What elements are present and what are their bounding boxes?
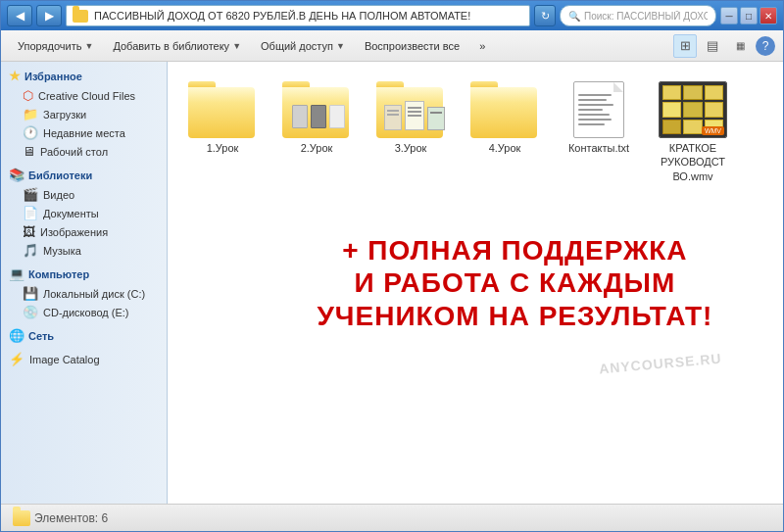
more-label: » <box>479 40 485 52</box>
address-folder-icon <box>73 10 88 23</box>
star-icon: ★ <box>9 69 21 83</box>
network-header: 🌐 Сеть <box>1 325 167 346</box>
status-bar: Элементов: 6 <box>1 504 783 531</box>
view-icons-button[interactable]: ▦ <box>728 34 752 58</box>
sidebar-item-recent[interactable]: 🕐 Недавние места <box>1 123 167 142</box>
folder1-icon <box>188 81 257 138</box>
folder3-label: 3.Урок <box>395 141 427 155</box>
video-icon-thumb: WMV <box>659 81 727 138</box>
folder2-icon <box>282 81 351 138</box>
window-controls: ─ □ ✕ <box>720 7 777 24</box>
add-library-label: Добавить в библиотеку <box>113 40 229 52</box>
network-icon: 🌐 <box>9 328 24 343</box>
file-item-folder2[interactable]: 2.Урок <box>277 77 356 159</box>
favorites-header: ★ Избранное <box>1 66 167 86</box>
play-all-button[interactable]: Воспроизвести все <box>356 34 468 58</box>
computer-icon: 💻 <box>9 266 24 281</box>
help-button[interactable]: ? <box>756 36 775 56</box>
explorer-window: ◀ ▶ ПАССИВНЫЙ ДОХОД ОТ 6820 РУБЛЕЙ.В ДЕН… <box>0 0 784 532</box>
file-grid: 1.Урок 2.Урок <box>183 77 767 187</box>
images-icon: 🖼 <box>23 224 35 239</box>
search-placeholder: Поиск: ПАССИВНЫЙ ДОХОД ОТ 6820 Р... <box>584 11 708 22</box>
share-button[interactable]: Общий доступ ▼ <box>252 34 354 58</box>
recent-icon: 🕐 <box>23 125 38 140</box>
main-area: ★ Избранное ⬡ Creative Cloud Files 📁 Заг… <box>1 62 783 504</box>
file-area: 1.Урок 2.Урок <box>168 62 783 504</box>
sidebar-item-music[interactable]: 🎵 Музыка <box>1 241 167 260</box>
sidebar-item-local-disk[interactable]: 💾 Локальный диск (C:) <box>1 284 167 303</box>
sidebar-item-desktop[interactable]: 🖥 Рабочий стол <box>1 142 167 161</box>
video-format-badge: WMV <box>702 126 724 135</box>
organize-label: Упорядочить <box>18 40 81 52</box>
local-disk-icon: 💾 <box>23 286 38 301</box>
share-dropdown-icon: ▼ <box>336 41 345 51</box>
share-label: Общий доступ <box>261 40 333 52</box>
view-details-button[interactable]: ⊞ <box>673 34 697 58</box>
sidebar-item-documents[interactable]: 📄 Документы <box>1 204 167 222</box>
sidebar: ★ Избранное ⬡ Creative Cloud Files 📁 Заг… <box>1 62 168 504</box>
image-catalog-section: ⚡ Image Catalog <box>1 350 167 368</box>
music-icon: 🎵 <box>23 243 38 258</box>
overlay-text: + ПОЛНАЯ ПОДДЕРЖКА И РАБОТА С КАЖДЫМ УЧЕ… <box>317 233 712 332</box>
folder3-icon <box>376 81 445 138</box>
sidebar-item-downloads[interactable]: 📁 Загрузки <box>1 105 167 123</box>
sidebar-item-cd-drive[interactable]: 💿 CD-дисковод (E:) <box>1 303 167 321</box>
organize-dropdown-icon: ▼ <box>84 41 93 51</box>
add-library-dropdown-icon: ▼ <box>232 41 241 51</box>
file-item-folder4[interactable]: 4.Урок <box>466 77 544 159</box>
organize-button[interactable]: Упорядочить ▼ <box>9 34 102 58</box>
overlay-line2: И РАБОТА С КАЖДЫМ <box>317 266 712 300</box>
address-bar[interactable]: ПАССИВНЫЙ ДОХОД ОТ 6820 РУБЛЕЙ.В ДЕНЬ НА… <box>66 5 530 26</box>
file-item-folder3[interactable]: 3.Урок <box>371 77 450 159</box>
video-label: КРАТКОЕ РУКОВОДСТВО.wmv <box>658 141 728 183</box>
file-item-contacts[interactable]: Контакты.txt <box>560 77 638 159</box>
title-bar: ◀ ▶ ПАССИВНЫЙ ДОХОД ОТ 6820 РУБЛЕЙ.В ДЕН… <box>1 1 783 30</box>
add-library-button[interactable]: Добавить в библиотеку ▼ <box>104 34 250 58</box>
libraries-header: 📚 Библиотеки <box>1 165 167 185</box>
status-count: Элементов: 6 <box>34 511 108 525</box>
maximize-button[interactable]: □ <box>740 7 758 24</box>
watermark: ANYCOURSE.RU <box>598 350 721 376</box>
file-item-video[interactable]: WMV КРАТКОЕ РУКОВОДСТВО.wmv <box>654 77 732 187</box>
close-button[interactable]: ✕ <box>760 7 777 24</box>
computer-header: 💻 Компьютер <box>1 264 167 284</box>
view-list-button[interactable]: ▤ <box>701 34 724 58</box>
search-bar[interactable]: 🔍 Поиск: ПАССИВНЫЙ ДОХОД ОТ 6820 Р... <box>560 5 716 26</box>
sidebar-item-image-catalog[interactable]: ⚡ Image Catalog <box>1 350 167 368</box>
computer-section: 💻 Компьютер 💾 Локальный диск (C:) 💿 CD-д… <box>1 264 167 321</box>
folder4-icon <box>470 81 539 138</box>
nav-buttons: ◀ ▶ <box>7 5 62 26</box>
more-button[interactable]: » <box>470 34 494 58</box>
address-text: ПАССИВНЫЙ ДОХОД ОТ 6820 РУБЛЕЙ.В ДЕНЬ НА… <box>94 10 470 22</box>
libraries-section: 📚 Библиотеки 🎬 Видео 📄 Документы 🖼 Изобр… <box>1 165 167 260</box>
overlay-line1: + ПОЛНАЯ ПОДДЕРЖКА <box>317 233 712 266</box>
contacts-icon <box>573 81 624 138</box>
search-icon: 🔍 <box>568 11 580 22</box>
folder4-label: 4.Урок <box>489 141 521 155</box>
toolbar-right: ⊞ ▤ ▦ ? <box>673 34 775 58</box>
toolbar: Упорядочить ▼ Добавить в библиотеку ▼ Об… <box>1 30 783 62</box>
image-catalog-icon: ⚡ <box>9 352 24 366</box>
minimize-button[interactable]: ─ <box>720 7 738 24</box>
status-folder-icon <box>13 510 30 526</box>
sidebar-item-video[interactable]: 🎬 Видео <box>1 185 167 204</box>
sidebar-item-images[interactable]: 🖼 Изображения <box>1 222 167 241</box>
contacts-label: Контакты.txt <box>568 141 629 155</box>
documents-icon: 📄 <box>23 206 38 220</box>
back-button[interactable]: ◀ <box>7 5 32 26</box>
downloads-icon: 📁 <box>23 107 38 121</box>
overlay-line3: УЧЕНИКОМ НА РЕЗУЛЬТАТ! <box>317 299 712 332</box>
folder1-label: 1.Урок <box>207 141 239 155</box>
sidebar-item-creative-cloud[interactable]: ⬡ Creative Cloud Files <box>1 86 167 105</box>
cd-drive-icon: 💿 <box>23 305 38 319</box>
desktop-icon: 🖥 <box>23 144 35 159</box>
library-icon: 📚 <box>9 168 24 182</box>
video-icon: 🎬 <box>23 187 38 202</box>
network-section: 🌐 Сеть <box>1 325 167 346</box>
creative-cloud-icon: ⬡ <box>23 88 33 103</box>
play-all-label: Воспроизвести все <box>365 40 460 52</box>
file-item-folder1[interactable]: 1.Урок <box>183 77 262 159</box>
forward-button[interactable]: ▶ <box>36 5 62 26</box>
refresh-button[interactable]: ↻ <box>534 5 556 26</box>
favorites-section: ★ Избранное ⬡ Creative Cloud Files 📁 Заг… <box>1 66 167 161</box>
